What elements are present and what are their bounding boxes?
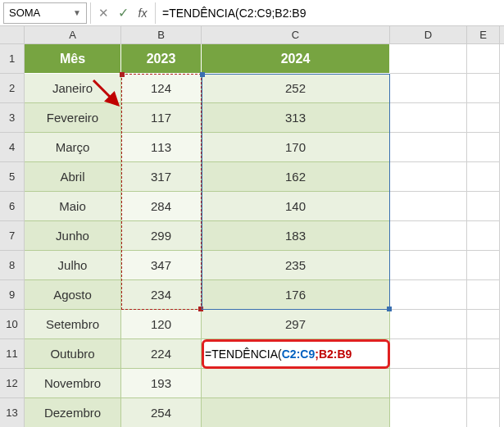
row-header[interactable]: 3 xyxy=(0,103,25,133)
formula-input[interactable]: =TENDÊNCIA(C2:C9;B2:B9 xyxy=(155,2,504,24)
cell[interactable] xyxy=(390,133,467,162)
cell-2023[interactable]: 193 xyxy=(121,369,202,398)
cell-mes[interactable]: Janeiro xyxy=(25,74,121,103)
enter-icon[interactable]: ✓ xyxy=(114,4,132,22)
cell[interactable] xyxy=(467,369,500,398)
cell[interactable] xyxy=(467,192,500,221)
cell[interactable] xyxy=(467,44,500,74)
row-header[interactable]: 10 xyxy=(0,310,25,339)
cell-2023[interactable]: 254 xyxy=(121,398,202,427)
cell[interactable] xyxy=(390,369,467,398)
cell[interactable] xyxy=(390,162,467,192)
cell-mes[interactable]: Agosto xyxy=(25,280,121,310)
formula-eq: = xyxy=(205,348,211,361)
column-headers: A B C D E xyxy=(25,26,504,44)
cell-mes[interactable]: Junho xyxy=(25,221,121,251)
formula-arg2: B2:B9 xyxy=(319,348,352,361)
cell-mes[interactable]: Fevereiro xyxy=(25,103,121,133)
cell[interactable] xyxy=(467,280,500,310)
cell-mes[interactable]: Março xyxy=(25,133,121,162)
cell[interactable] xyxy=(467,221,500,251)
cell-mes[interactable]: Setembro xyxy=(25,310,121,339)
cell-2023[interactable]: 117 xyxy=(121,103,202,133)
table-row: 12 Novembro 193 xyxy=(0,369,504,398)
header-2024[interactable]: 2024 xyxy=(202,44,390,74)
row-header[interactable]: 2 xyxy=(0,74,25,103)
col-header-b[interactable]: B xyxy=(121,26,202,43)
cell[interactable] xyxy=(467,162,500,192)
cell-2024[interactable] xyxy=(202,369,390,398)
select-all-corner[interactable] xyxy=(0,26,25,44)
cell-2023[interactable]: 284 xyxy=(121,192,202,221)
name-box[interactable]: SOMA ▼ xyxy=(3,2,87,24)
formula-fn: TENDÊNCIA( xyxy=(211,348,282,361)
table-row: 1 Mês 2023 2024 xyxy=(0,44,504,74)
cell[interactable] xyxy=(390,103,467,133)
fx-icon[interactable]: fx xyxy=(134,4,152,22)
cell-2024[interactable]: 162 xyxy=(202,162,390,192)
cell[interactable] xyxy=(390,398,467,427)
cell-2023[interactable]: 234 xyxy=(121,280,202,310)
cell[interactable] xyxy=(467,74,500,103)
cell[interactable] xyxy=(467,339,500,369)
table-row: 6 Maio 284 140 xyxy=(0,192,504,221)
cell-2023[interactable]: 224 xyxy=(121,339,202,369)
row-header[interactable]: 1 xyxy=(0,44,25,74)
cell[interactable] xyxy=(390,74,467,103)
table-row: 9 Agosto 234 176 xyxy=(0,280,504,310)
cell[interactable] xyxy=(467,251,500,280)
cancel-icon[interactable]: ✕ xyxy=(94,4,112,22)
cell[interactable] xyxy=(390,339,467,369)
cell-2024[interactable]: 235 xyxy=(202,251,390,280)
row-header[interactable]: 6 xyxy=(0,192,25,221)
cell[interactable] xyxy=(467,310,500,339)
cell-2023[interactable]: 347 xyxy=(121,251,202,280)
cell-2024[interactable] xyxy=(202,398,390,427)
cell[interactable] xyxy=(390,192,467,221)
cell-mes[interactable]: Maio xyxy=(25,192,121,221)
row-header[interactable]: 13 xyxy=(0,398,25,427)
cell-2023[interactable]: 113 xyxy=(121,133,202,162)
cell[interactable] xyxy=(390,310,467,339)
formula-bar: SOMA ▼ ✕ ✓ fx =TENDÊNCIA(C2:C9;B2:B9 xyxy=(0,0,504,26)
cell[interactable] xyxy=(390,251,467,280)
cell[interactable] xyxy=(467,398,500,427)
col-header-c[interactable]: C xyxy=(202,26,390,43)
cell-mes[interactable]: Outubro xyxy=(25,339,121,369)
cell-2024[interactable]: 170 xyxy=(202,133,390,162)
cell[interactable] xyxy=(467,103,500,133)
col-header-d[interactable]: D xyxy=(390,26,467,43)
header-mes[interactable]: Mês xyxy=(25,44,121,74)
cell[interactable] xyxy=(390,44,467,74)
cell[interactable] xyxy=(467,133,500,162)
row-header[interactable]: 8 xyxy=(0,251,25,280)
cell-mes[interactable]: Julho xyxy=(25,251,121,280)
cell-2023[interactable]: 317 xyxy=(121,162,202,192)
cell-mes[interactable]: Novembro xyxy=(25,369,121,398)
row-header[interactable]: 11 xyxy=(0,339,25,369)
cell[interactable] xyxy=(390,280,467,310)
header-2023[interactable]: 2023 xyxy=(121,44,202,74)
row-header[interactable]: 12 xyxy=(0,369,25,398)
cell-formula[interactable]: =TENDÊNCIA(C2:C9;B2:B9 xyxy=(202,339,390,369)
cell-2024[interactable]: 252 xyxy=(202,74,390,103)
row-header[interactable]: 9 xyxy=(0,280,25,310)
cell-2023[interactable]: 120 xyxy=(121,310,202,339)
cell-2023[interactable]: 124 xyxy=(121,74,202,103)
row-header[interactable]: 4 xyxy=(0,133,25,162)
cell-2024[interactable]: 297 xyxy=(202,310,390,339)
cell-2024[interactable]: 176 xyxy=(202,280,390,310)
cell[interactable] xyxy=(390,221,467,251)
chevron-down-icon[interactable]: ▼ xyxy=(73,8,81,17)
col-header-a[interactable]: A xyxy=(25,26,121,43)
row-header[interactable]: 5 xyxy=(0,162,25,192)
cell-2024[interactable]: 313 xyxy=(202,103,390,133)
cell-2024[interactable]: 183 xyxy=(202,221,390,251)
cell-mes[interactable]: Dezembro xyxy=(25,398,121,427)
row-header[interactable]: 7 xyxy=(0,221,25,251)
col-header-e[interactable]: E xyxy=(467,26,500,43)
cell-2024[interactable]: 140 xyxy=(202,192,390,221)
formula-text: =TENDÊNCIA(C2:C9;B2:B9 xyxy=(162,7,306,20)
cell-2023[interactable]: 299 xyxy=(121,221,202,251)
cell-mes[interactable]: Abril xyxy=(25,162,121,192)
